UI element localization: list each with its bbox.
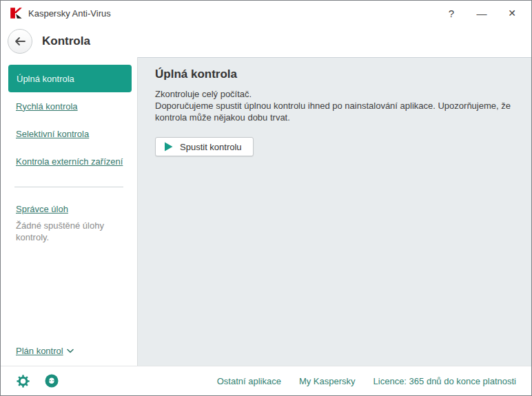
footer-links: Ostatní aplikace My Kaspersky Licence: 3…	[217, 376, 516, 386]
back-button[interactable]	[8, 29, 32, 54]
scan-schedule[interactable]: Plán kontrol	[1, 346, 137, 356]
app-window: Kaspersky Anti-Virus ? — ✕ Kontrola Úpln…	[0, 0, 532, 396]
sidebar-divider	[14, 187, 123, 187]
help-button[interactable]: ?	[436, 3, 467, 23]
sidebar: Úplná kontrola Rychlá kontrola Selektivn…	[1, 57, 138, 366]
title-bar: Kaspersky Anti-Virus ? — ✕	[1, 1, 531, 25]
app-title: Kaspersky Anti-Virus	[28, 8, 436, 19]
page-header: Kontrola	[1, 25, 531, 57]
sidebar-item-full-scan[interactable]: Úplná kontrola	[8, 65, 132, 92]
my-kaspersky-link[interactable]: My Kaspersky	[299, 376, 356, 386]
task-manager-status: Žádné spuštěné úlohy kontroly.	[16, 220, 116, 243]
minimize-button[interactable]: —	[467, 3, 497, 23]
other-applications-link[interactable]: Ostatní aplikace	[217, 376, 281, 386]
sidebar-item-label[interactable]: Selektivní kontrola	[1, 129, 89, 139]
sidebar-item-label[interactable]: Kontrola externích zařízení	[1, 156, 123, 167]
sidebar-item-label: Úplná kontrola	[17, 74, 74, 84]
description-line-1: Zkontroluje celý počítač.	[155, 88, 513, 100]
content-description: Zkontroluje celý počítač. Doporučujeme s…	[155, 88, 513, 123]
support-agent-icon	[44, 373, 59, 388]
main-content: Úplná kontrola Zkontroluje celý počítač.…	[138, 57, 531, 366]
play-icon	[164, 142, 173, 152]
sidebar-item-external-devices-scan[interactable]: Kontrola externích zařízení	[1, 147, 137, 175]
content-title: Úplná kontrola	[155, 67, 513, 81]
settings-button[interactable]	[16, 374, 30, 388]
license-status-link[interactable]: Licence: 365 dnů do konce platnosti	[374, 376, 516, 386]
kaspersky-logo-icon	[9, 6, 23, 20]
task-manager-link[interactable]: Správce úloh	[16, 204, 137, 214]
footer-icons	[16, 373, 59, 388]
chevron-down-icon	[67, 348, 74, 353]
start-scan-button[interactable]: Spustit kontrolu	[155, 137, 254, 156]
description-line-2: Doporučujeme spustit úplnou kontrolu ihn…	[155, 100, 513, 123]
footer: Ostatní aplikace My Kaspersky Licence: 3…	[1, 366, 531, 395]
start-scan-button-label: Spustit kontrolu	[180, 142, 242, 152]
arrow-left-icon	[14, 37, 25, 46]
support-button[interactable]	[44, 373, 59, 388]
page-title: Kontrola	[42, 34, 90, 48]
sidebar-item-label[interactable]: Rychlá kontrola	[1, 101, 78, 112]
body: Úplná kontrola Rychlá kontrola Selektivn…	[1, 57, 531, 366]
sidebar-item-selective-scan[interactable]: Selektivní kontrola	[1, 120, 137, 147]
settings-gear-icon	[16, 374, 30, 388]
sidebar-item-quick-scan[interactable]: Rychlá kontrola	[1, 92, 137, 120]
scan-schedule-link[interactable]: Plán kontrol	[16, 346, 63, 356]
close-button[interactable]: ✕	[497, 3, 527, 23]
